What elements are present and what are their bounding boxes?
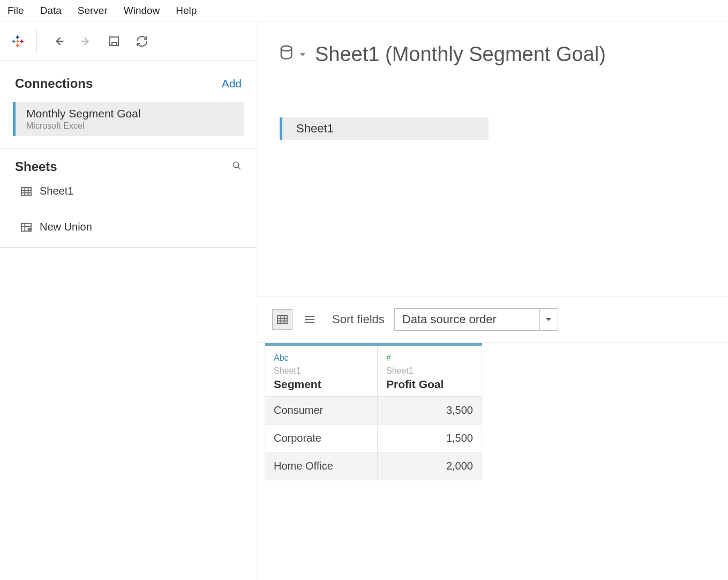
toolbar-divider (36, 29, 37, 53)
sort-fields-label: Sort fields (332, 313, 385, 326)
connections-header: Connections Add (0, 61, 257, 99)
metadata-view-button[interactable] (300, 309, 320, 330)
canvas-sheet-label: Sheet1 (296, 122, 334, 136)
save-button[interactable] (103, 31, 125, 52)
menu-help[interactable]: Help (176, 5, 197, 17)
cell-segment: Corporate (265, 425, 378, 452)
datasource-title[interactable]: Sheet1 (Monthly Segment Goal) (315, 43, 606, 66)
tableau-logo-icon (10, 33, 26, 49)
svg-rect-12 (110, 37, 118, 46)
menu-window[interactable]: Window (124, 5, 160, 17)
table-icon (20, 187, 32, 196)
chevron-down-icon[interactable] (300, 50, 305, 59)
connection-name: Monthly Segment Goal (26, 107, 235, 120)
svg-marker-26 (300, 53, 305, 56)
type-indicator-string-icon: Abc (274, 353, 369, 363)
cell-profit-goal: 1,500 (378, 425, 482, 452)
right-panel: Sheet1 (Monthly Segment Goal) Sheet1 Sor… (257, 21, 728, 580)
svg-point-25 (281, 46, 291, 51)
new-union-item[interactable]: New Union (0, 217, 257, 237)
menu-file[interactable]: File (7, 5, 24, 17)
menu-server[interactable]: Server (78, 5, 108, 17)
cell-segment: Home Office (265, 452, 378, 480)
table-row[interactable]: Home Office 2,000 (265, 452, 482, 480)
canvas-sheet-pill[interactable]: Sheet1 (280, 117, 489, 140)
search-sheets-icon[interactable] (232, 161, 242, 173)
sheets-header: Sheets (0, 148, 257, 181)
column-source: Sheet1 (274, 366, 369, 376)
column-name: Profit Goal (386, 378, 473, 391)
datasource-title-row: Sheet1 (Monthly Segment Goal) (257, 21, 728, 66)
sheet-item-label: Sheet1 (40, 185, 73, 197)
svg-point-14 (233, 162, 239, 168)
divider (0, 247, 257, 248)
add-connection-button[interactable]: Add (222, 77, 242, 90)
svg-line-15 (238, 167, 241, 169)
svg-rect-35 (305, 316, 307, 317)
cell-profit-goal: 3,500 (378, 397, 482, 425)
forward-button[interactable] (76, 31, 97, 52)
svg-rect-27 (277, 316, 287, 323)
sheet-item-sheet1[interactable]: Sheet1 (0, 181, 257, 202)
svg-marker-38 (546, 318, 551, 321)
svg-rect-37 (305, 322, 307, 323)
data-grid: Abc Sheet1 Segment # Sheet1 Profit Goal (257, 343, 728, 480)
svg-rect-36 (305, 319, 307, 321)
new-union-label: New Union (40, 221, 92, 233)
connections-title: Connections (15, 76, 93, 91)
grid-toolbar: Sort fields Data source order (257, 296, 728, 343)
type-indicator-number-icon: # (386, 353, 473, 363)
column-header-segment[interactable]: Abc Sheet1 Segment (265, 346, 378, 397)
left-panel: Connections Add Monthly Segment Goal Mic… (0, 21, 257, 580)
svg-rect-13 (112, 42, 116, 46)
sheets-title: Sheets (15, 159, 57, 174)
toolbar (0, 21, 257, 61)
cell-segment: Consumer (265, 397, 378, 425)
connection-item[interactable]: Monthly Segment Goal Microsoft Excel (13, 102, 244, 136)
column-name: Segment (274, 378, 369, 391)
sort-fields-value: Data source order (395, 313, 539, 326)
cell-profit-goal: 2,000 (378, 452, 482, 480)
chevron-down-icon (539, 309, 558, 330)
menu-bar: File Data Server Window Help (0, 0, 728, 21)
connection-type: Microsoft Excel (26, 121, 235, 131)
column-header-profit-goal[interactable]: # Sheet1 Profit Goal (378, 346, 482, 397)
svg-rect-16 (21, 187, 31, 195)
join-canvas[interactable]: Sheet1 (257, 66, 728, 296)
table-row[interactable]: Consumer 3,500 (265, 397, 482, 425)
sort-fields-select[interactable]: Data source order (394, 308, 558, 331)
table-row[interactable]: Corporate 1,500 (265, 425, 482, 452)
refresh-button[interactable] (131, 31, 153, 52)
union-icon (20, 222, 32, 232)
column-source: Sheet1 (386, 366, 473, 376)
menu-data[interactable]: Data (40, 5, 62, 17)
grid-view-button[interactable] (272, 309, 292, 330)
back-button[interactable] (48, 31, 69, 52)
datasource-icon[interactable] (280, 44, 296, 64)
